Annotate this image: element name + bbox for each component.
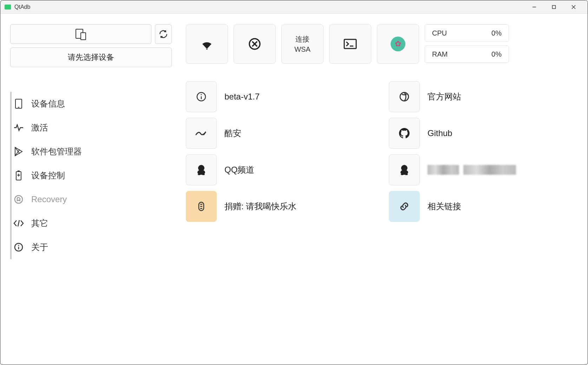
recovery-icon — [13, 194, 24, 204]
ram-label: RAM — [432, 50, 447, 58]
wifi-button[interactable] — [186, 24, 228, 64]
info-icon — [13, 243, 24, 252]
close-button[interactable] — [564, 0, 583, 14]
sidebar-item-device-control[interactable]: 设备控制 — [10, 164, 172, 187]
cpu-label: CPU — [432, 29, 447, 37]
github-icon — [389, 118, 420, 149]
sidebar-item-other[interactable]: 其它 — [10, 211, 172, 235]
link-label: 相关链接 — [427, 201, 461, 212]
ram-value: 0% — [491, 50, 502, 58]
browser-icon — [389, 81, 420, 112]
sidebar-item-about[interactable]: 关于 — [10, 235, 172, 259]
refresh-button[interactable] — [155, 24, 172, 44]
refresh-icon — [159, 30, 168, 39]
svg-rect-23 — [344, 39, 356, 49]
svg-point-36 — [405, 174, 408, 175]
svg-rect-5 — [81, 33, 86, 40]
code-icon — [13, 219, 24, 227]
qq-icon — [186, 154, 217, 185]
svg-point-31 — [198, 174, 201, 175]
link-version[interactable]: beta-v1.7 — [186, 81, 375, 112]
terminal-button[interactable] — [329, 24, 371, 64]
link-label: 酷安 — [224, 128, 241, 139]
sidebar-item-activate[interactable]: 激活 — [10, 116, 172, 140]
qq-icon — [389, 154, 420, 185]
connect-wsa-label-1: 连接 — [295, 34, 309, 44]
sidebar-item-label: 设备信息 — [31, 98, 65, 109]
select-device-label: 请先选择设备 — [68, 52, 114, 63]
sidebar-item-label: 设备控制 — [31, 170, 65, 181]
svg-point-27 — [201, 95, 202, 95]
link-label: beta-v1.7 — [224, 92, 260, 102]
sidebar: 设备信息 激活 软件包管理器 设备控制 — [10, 92, 172, 259]
link-label: 捐赠: 请我喝快乐水 — [224, 201, 296, 212]
minimize-button[interactable] — [524, 0, 544, 14]
sidebar-item-label: 其它 — [31, 218, 48, 229]
svg-rect-1 — [553, 5, 556, 8]
disconnect-button[interactable] — [234, 24, 276, 64]
phone-icon — [13, 98, 24, 109]
link-qq[interactable]: QQ频道 — [186, 154, 375, 185]
link-label: QQ频道 — [224, 164, 254, 175]
svg-point-15 — [15, 196, 22, 203]
svg-point-32 — [202, 174, 205, 175]
maximize-button[interactable] — [544, 0, 564, 14]
close-circle-icon — [248, 37, 261, 51]
link-label: 官方网站 — [427, 91, 461, 102]
sidebar-item-label: Recovery — [31, 194, 67, 204]
link-donate[interactable]: 捐赠: 请我喝快乐水 — [186, 191, 375, 222]
redacted-text — [427, 165, 516, 175]
sidebar-item-label: 关于 — [31, 242, 48, 253]
link-redacted[interactable] — [389, 154, 578, 185]
sidebar-item-label: 激活 — [31, 122, 48, 133]
device-select-dropdown[interactable] — [10, 24, 151, 44]
activity-icon — [13, 124, 24, 132]
select-device-button[interactable]: 请先选择设备 — [10, 47, 172, 67]
terminal-icon — [344, 39, 357, 49]
donate-icon — [186, 191, 217, 222]
link-coolapk[interactable]: 酷安 — [186, 118, 375, 149]
cpu-stat: CPU 0% — [425, 24, 509, 42]
sidebar-item-recovery[interactable]: Recovery — [10, 187, 172, 211]
sidebar-item-label: 软件包管理器 — [31, 146, 82, 157]
sidebar-item-package-manager[interactable]: 软件包管理器 — [10, 140, 172, 164]
svg-point-19 — [19, 245, 19, 246]
app-icon — [5, 5, 11, 9]
coolapk-icon — [186, 118, 217, 149]
devices-icon — [74, 28, 88, 40]
sidebar-item-device-info[interactable]: 设备信息 — [10, 92, 172, 116]
play-icon — [13, 147, 24, 156]
titlebar: QtAdb — [0, 0, 588, 14]
battery-icon — [13, 170, 24, 181]
connect-wsa-button[interactable]: 连接 WSA — [281, 24, 324, 64]
window-controls — [524, 0, 583, 14]
magisk-button[interactable] — [377, 24, 419, 64]
svg-point-35 — [401, 174, 404, 175]
link-website[interactable]: 官方网站 — [389, 81, 578, 112]
ram-stat: RAM 0% — [425, 45, 509, 63]
connect-wsa-label-2: WSA — [294, 45, 311, 53]
link-label: Github — [427, 128, 452, 138]
cpu-value: 0% — [491, 29, 502, 37]
wifi-icon — [200, 38, 214, 50]
info-icon — [186, 81, 217, 112]
window-title: QtAdb — [14, 4, 524, 10]
magisk-icon — [391, 37, 405, 51]
svg-point-28 — [400, 92, 409, 101]
link-icon — [389, 191, 420, 222]
link-github[interactable]: Github — [389, 118, 578, 149]
link-related[interactable]: 相关链接 — [389, 191, 578, 222]
svg-line-16 — [18, 220, 19, 226]
